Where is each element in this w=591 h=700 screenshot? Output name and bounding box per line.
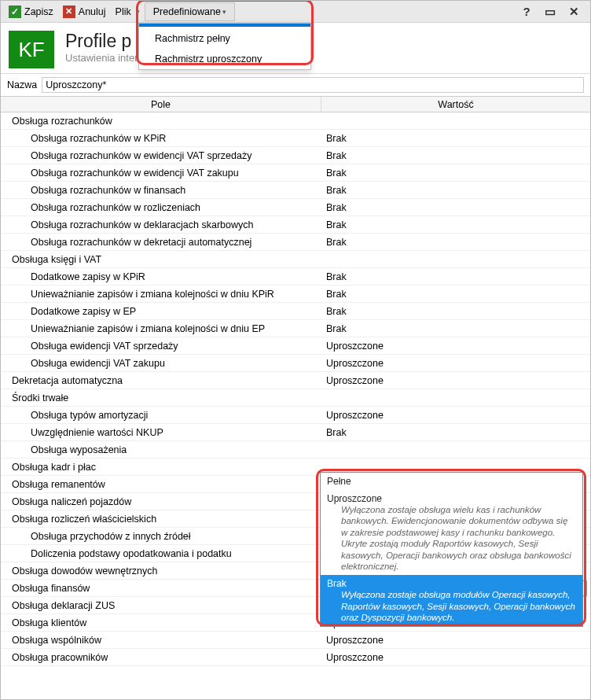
field-cell: Uwzględnienie wartości NKUP: [1, 425, 321, 440]
field-cell: Dodatkowe zapisy w KPiR: [1, 269, 321, 285]
field-cell: Obsługa przychodów z innych źródeł: [1, 529, 321, 544]
option-title: Uproszczone: [327, 493, 576, 504]
maximize-icon[interactable]: ▭: [541, 3, 559, 20]
save-button[interactable]: ✓ Zapisz: [4, 2, 58, 21]
table-row[interactable]: Obsługa wspólnikówUproszczone: [1, 632, 590, 649]
value-cell: Brak: [321, 304, 590, 319]
x-icon: ✕: [63, 6, 75, 18]
field-cell: Obsługa dowodów wewnętrznych: [1, 563, 321, 579]
table-row[interactable]: Unieważnianie zapisów i zmiana kolejnośc…: [1, 320, 590, 337]
value-cell: Uproszczone: [321, 356, 590, 371]
field-cell: Obsługa remanentów: [1, 477, 321, 492]
table-row[interactable]: Obsługa rozrachunków w dekretacji automa…: [1, 234, 590, 251]
column-headers: Pole Wartość: [1, 97, 590, 112]
table-row[interactable]: Obsługa rozrachunków w finansachBrak: [1, 182, 590, 199]
table-row[interactable]: Dodatkowe zapisy w EPBrak: [1, 303, 590, 320]
field-cell: Obsługa rozrachunków w deklaracjach skar…: [1, 217, 321, 233]
field-cell: Obsługa rozrachunków w rozliczeniach: [1, 200, 321, 216]
dropdown-option-simplified[interactable]: Uproszczone Wyłączona zostaje obsługa wi…: [321, 490, 582, 575]
value-cell: Brak: [321, 234, 590, 250]
option-description: Wyłączona zostaje obsługa modułów Operac…: [327, 589, 576, 623]
table-row[interactable]: Obsługa rozrachunków: [1, 112, 590, 130]
table-row[interactable]: Obsługa rozrachunków w rozliczeniachBrak: [1, 199, 590, 216]
table-row[interactable]: Obsługa rozrachunków w ewidencji VAT spr…: [1, 147, 590, 164]
predefined-dropdown: Rachmistrz pełny Rachmistrz uproszczony: [138, 23, 311, 70]
value-cell: Brak: [321, 425, 590, 440]
file-label: Plik: [116, 6, 131, 17]
col-field: Pole: [1, 97, 321, 112]
name-row: Nazwa: [1, 74, 590, 97]
table-row[interactable]: Obsługa pracownikówUproszczone: [1, 649, 590, 666]
field-cell: Obsługa rozrachunków w finansach: [1, 182, 321, 198]
table-row[interactable]: Obsługa rozrachunków w ewidencji VAT zak…: [1, 164, 590, 182]
option-title: Brak: [327, 578, 576, 589]
app-badge: KF: [9, 31, 54, 68]
field-cell: Dodatkowe zapisy w EP: [1, 304, 321, 319]
field-cell: Środki trwałe: [1, 390, 321, 406]
field-cell: Doliczenia podstawy opodatkowania i poda…: [1, 546, 321, 562]
table-row[interactable]: Środki trwałe: [1, 389, 590, 407]
value-cell: Brak: [321, 165, 590, 181]
toolbar-right: ? ▭ ✕: [518, 3, 587, 20]
table-row[interactable]: Unieważnianie zapisów i zmiana kolejnośc…: [1, 286, 590, 303]
col-value: Wartość: [321, 97, 590, 112]
value-cell: Uproszczone: [321, 373, 590, 389]
table-row[interactable]: Obsługa rozrachunków w deklaracjach skar…: [1, 216, 590, 234]
table-row[interactable]: Obsługa ewidencji VAT zakupuUproszczone: [1, 355, 590, 372]
field-cell: Obsługa pracowników: [1, 650, 321, 665]
toolbar: ✓ Zapisz ✕ Anuluj Plik ▾ Predefiniowane …: [1, 1, 590, 23]
field-cell: Obsługa finansów: [1, 580, 321, 596]
value-cell: Brak: [321, 286, 590, 302]
table-row[interactable]: Uwzględnienie wartości NKUPBrak: [1, 424, 590, 441]
predefined-menu-button[interactable]: Predefiniowane ▾: [145, 2, 235, 21]
field-cell: Obsługa naliczeń pojazdów: [1, 494, 321, 510]
field-cell: Obsługa kadr i płac: [1, 459, 321, 475]
dropdown-option-full[interactable]: Pełne: [321, 473, 582, 490]
file-menu-button[interactable]: Plik ▾: [111, 2, 145, 21]
table-row[interactable]: Dodatkowe zapisy w KPiRBrak: [1, 268, 590, 286]
name-label: Nazwa: [7, 79, 37, 90]
field-cell: Obsługa klientów: [1, 615, 321, 631]
close-icon[interactable]: ✕: [565, 3, 582, 20]
field-cell: Obsługa wyposażenia: [1, 442, 321, 458]
field-cell: Obsługa rozrachunków: [1, 113, 321, 129]
table-row[interactable]: Obsługa rozrachunków w KPiRBrak: [1, 130, 590, 147]
settings-table: Obsługa rozrachunkówObsługa rozrachunków…: [1, 112, 590, 120]
value-cell: Brak: [321, 269, 590, 285]
chevron-down-icon: ▾: [136, 8, 140, 16]
value-cell: Brak: [321, 131, 590, 146]
name-input[interactable]: [42, 77, 584, 93]
value-dropdown: Pełne Uproszczone Wyłączona zostaje obsł…: [320, 472, 583, 627]
table-row[interactable]: Dekretacja automatycznaUproszczone: [1, 372, 590, 389]
option-title: Pełne: [327, 476, 576, 487]
field-cell: Obsługa rozrachunków w KPiR: [1, 131, 321, 146]
field-cell: Unieważnianie zapisów i zmiana kolejnośc…: [1, 286, 321, 302]
value-cell: Brak: [321, 321, 590, 337]
field-cell: Obsługa ewidencji VAT zakupu: [1, 356, 321, 371]
option-description: Wyłączona zostaje obsługa wielu kas i ra…: [327, 504, 576, 572]
value-cell: Brak: [321, 217, 590, 233]
value-cell: [321, 119, 590, 123]
value-cell: Brak: [321, 200, 590, 216]
field-cell: Obsługa księgi i VAT: [1, 252, 321, 267]
table-row[interactable]: Obsługa księgi i VAT: [1, 251, 590, 268]
save-label: Zapisz: [24, 6, 53, 17]
help-icon[interactable]: ?: [518, 3, 535, 20]
cancel-label: Anuluj: [79, 6, 106, 17]
predefined-label: Predefiniowane: [153, 6, 221, 17]
value-cell: Uproszczone: [321, 407, 590, 423]
dropdown-option-none[interactable]: Brak Wyłączona zostaje obsługa modułów O…: [321, 575, 582, 626]
field-cell: Obsługa ewidencji VAT sprzedaży: [1, 338, 321, 354]
cancel-button[interactable]: ✕ Anuluj: [58, 2, 111, 21]
field-cell: Obsługa rozrachunków w dekretacji automa…: [1, 234, 321, 250]
table-row[interactable]: Obsługa typów amortyzacjiUproszczone: [1, 407, 590, 424]
table-row[interactable]: Obsługa ewidencji VAT sprzedażyUproszczo…: [1, 337, 590, 355]
predef-item-simplified[interactable]: Rachmistrz uproszczony: [139, 49, 310, 69]
table-row[interactable]: Obsługa wyposażenia: [1, 441, 590, 459]
value-cell: [321, 448, 590, 452]
field-cell: Obsługa deklaracji ZUS: [1, 598, 321, 613]
value-cell: Brak: [321, 148, 590, 164]
value-cell: [321, 396, 590, 400]
field-cell: Obsługa typów amortyzacji: [1, 407, 321, 423]
predef-item-full[interactable]: Rachmistrz pełny: [139, 28, 310, 49]
